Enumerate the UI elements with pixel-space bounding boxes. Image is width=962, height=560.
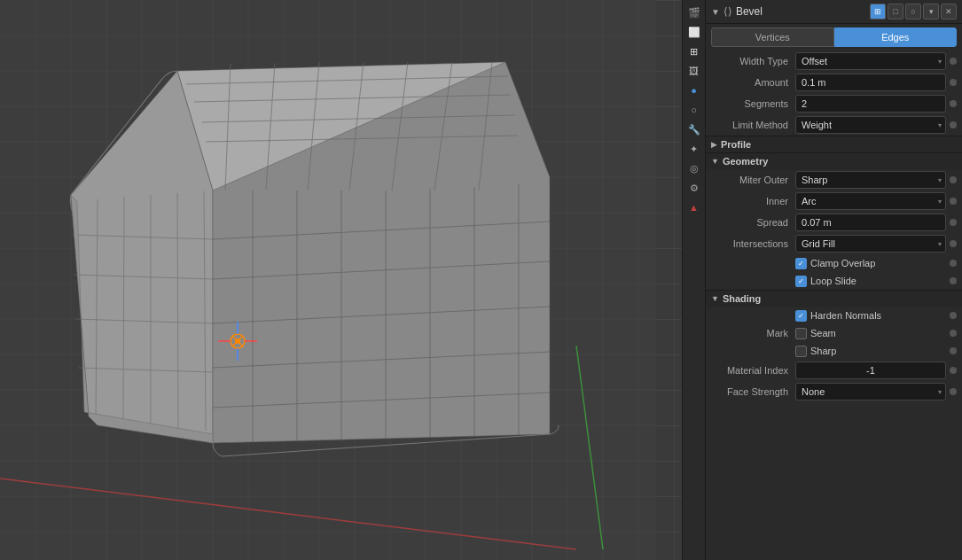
spread-label: Spread [711,217,795,228]
loop-slide-dot[interactable] [950,277,957,284]
geometry-section-title: Geometry [723,156,768,167]
material-index-dot[interactable] [950,367,957,374]
camera-icon[interactable]: 🎬 [685,4,703,21]
right-toolbar: 🎬 ⬜ ⊞ 🖼 ● ○ 🔧 ✦ ◎ ⚙ ▲ [682,0,705,560]
mark-sharp-row: Sharp [706,342,962,360]
tab-vertices[interactable]: Vertices [711,27,834,47]
segments-value[interactable]: 2 [795,95,946,113]
sharp-item: Sharp [795,346,946,357]
header-btn-2[interactable]: □ [888,4,903,19]
miter-outer-value[interactable]: Sharp ▾ [795,171,946,189]
spread-dot[interactable] [950,219,957,226]
miter-outer-label: Miter Outer [711,175,795,185]
paint-icon[interactable]: ● [685,82,703,99]
panel-header: ▼ ⟨⟩ Bevel ⊞ □ ○ ▾ ✕ [706,0,962,24]
intersections-value[interactable]: Grid Fill ▾ [795,235,946,253]
seam-item: Seam [795,328,946,339]
clamp-overlap-checkbox[interactable] [795,258,807,269]
header-dropdown[interactable]: ▾ [923,4,939,19]
geometry-arrow: ▼ [711,157,719,166]
physics-icon[interactable]: ◎ [685,159,703,177]
intersections-chevron: ▾ [938,240,942,248]
face-strength-value[interactable]: None ▾ [795,383,946,401]
inner-row: Inner Arc ▾ [706,191,962,212]
shading-section-header[interactable]: ▼ Shading [706,290,962,307]
sharp-checkbox[interactable] [795,346,807,357]
seam-dot[interactable] [950,330,957,337]
face-strength-row: Face Strength None ▾ [706,381,962,402]
constraint-icon[interactable]: ⚙ [685,179,703,197]
segments-label: Segments [711,98,795,109]
panel-header-icons: ⊞ □ ○ ▾ ✕ [870,4,957,19]
limit-method-row: Limit Method Weight ▾ [706,114,962,136]
amount-dot[interactable] [950,79,957,86]
header-btn-1[interactable]: ⊞ [870,4,886,19]
harden-normals-item: Harden Normals [795,310,946,322]
image-icon[interactable]: 🖼 [685,62,703,80]
bevel-tabs: Vertices Edges [706,24,962,51]
3d-viewport[interactable] [0,0,682,560]
seam-checkbox[interactable] [795,328,807,339]
header-btn-3[interactable]: ○ [905,4,921,19]
face-strength-dot[interactable] [950,388,957,395]
harden-normals-dot[interactable] [950,312,957,319]
view-icon[interactable]: ⊞ [685,43,703,60]
spread-value[interactable]: 0.07 m [795,214,946,231]
amount-label: Amount [711,77,795,88]
data-icon[interactable]: ▲ [685,198,703,216]
miter-outer-chevron: ▾ [938,176,942,184]
width-type-chevron: ▾ [938,58,942,66]
geometry-section-header[interactable]: ▼ Geometry [706,152,962,169]
inner-value[interactable]: Arc ▾ [795,192,946,210]
intersections-row: Intersections Grid Fill ▾ [706,233,962,254]
intersections-dot[interactable] [950,240,957,247]
mark-label: Mark [711,328,795,338]
face-strength-label: Face Strength [711,386,795,397]
limit-method-dot[interactable] [950,121,957,128]
clamp-overlap-dot[interactable] [950,260,957,267]
wrench-icon[interactable]: 🔧 [685,121,703,138]
header-close[interactable]: ✕ [941,4,957,19]
profile-arrow: ▶ [711,140,717,149]
clamp-overlap-label: Clamp Overlap [810,258,875,268]
inner-label: Inner [711,196,795,206]
width-type-row: Width Type Offset ▾ [706,51,962,72]
shading-arrow: ▼ [711,294,719,303]
segments-row: Segments 2 [706,93,962,114]
sharp-label: Sharp [810,346,836,356]
profile-section-title: Profile [721,139,751,150]
miter-outer-dot[interactable] [950,176,957,183]
profile-section-header[interactable]: ▶ Profile [706,136,962,152]
seam-label: Seam [810,328,836,338]
loop-slide-checkbox[interactable] [795,276,807,287]
globe-icon[interactable]: ○ [685,101,703,119]
intersections-label: Intersections [711,238,795,249]
limit-method-chevron: ▾ [938,121,942,129]
panel-collapse-arrow[interactable]: ▼ [711,7,720,17]
amount-value[interactable]: 0.1 m [795,74,946,91]
sharp-dot[interactable] [950,347,957,354]
material-index-value[interactable]: -1 [795,362,946,379]
width-type-value[interactable]: Offset ▾ [795,52,946,70]
width-type-dot[interactable] [950,58,957,65]
face-strength-chevron: ▾ [938,388,942,396]
material-index-row: Material Index -1 [706,360,962,381]
amount-row: Amount 0.1 m [706,72,962,93]
mesh-svg [0,0,656,560]
limit-method-value[interactable]: Weight ▾ [795,116,946,134]
particle-icon[interactable]: ✦ [685,140,703,158]
render-icon[interactable]: ⬜ [685,23,703,41]
panel-type-icon: ⟨⟩ [723,5,732,18]
inner-dot[interactable] [950,198,957,205]
loop-slide-label: Loop Slide [810,276,856,286]
harden-normals-label: Harden Normals [810,310,881,321]
harden-normals-checkbox[interactable] [795,310,807,322]
material-index-label: Material Index [711,365,795,376]
miter-outer-row: Miter Outer Sharp ▾ [706,169,962,191]
tab-edges[interactable]: Edges [834,27,958,47]
inner-chevron: ▾ [938,198,942,206]
limit-method-label: Limit Method [711,120,795,130]
harden-normals-row: Harden Normals [706,307,962,324]
shading-section-title: Shading [723,293,761,304]
segments-dot[interactable] [950,100,957,107]
